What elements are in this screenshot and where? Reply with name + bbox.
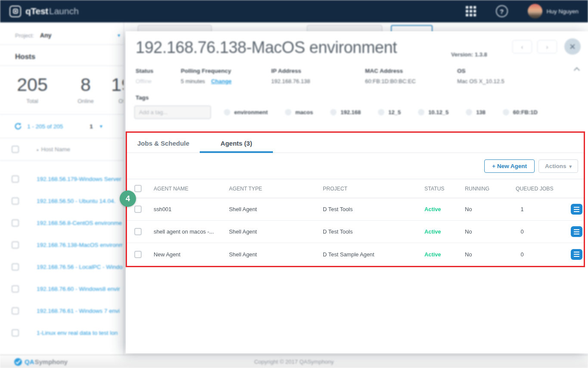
- hosts-section-title: Hosts: [15, 47, 35, 66]
- project-select[interactable]: Project: Any ▾: [15, 27, 124, 44]
- agent-checkbox[interactable]: [134, 228, 142, 235]
- actions-button[interactable]: Actions▾: [538, 159, 578, 173]
- agent-project: D Test Sample Agent: [323, 251, 419, 258]
- row-menu-button[interactable]: [571, 226, 582, 237]
- stat-offline: 197 Offline: [107, 72, 124, 113]
- status-value: Offline: [136, 78, 181, 84]
- caret-down-icon: ▾: [569, 164, 572, 169]
- agent-checkbox[interactable]: [134, 251, 142, 258]
- remove-tag-icon[interactable]: [330, 109, 337, 115]
- prev-host-button[interactable]: ‹: [512, 40, 532, 53]
- collapse-chevron-icon[interactable]: [574, 67, 579, 72]
- host-fields: Status Offline Polling Frequency 5 minut…: [136, 68, 504, 84]
- agent-row: New Agent Shell Agent D Test Sample Agen…: [127, 243, 584, 265]
- host-link[interactable]: 192.168.56.8-CentOS environme: [37, 220, 123, 226]
- agent-project: D Test Tools: [323, 206, 419, 212]
- agent-project: D Test Tools: [323, 228, 419, 235]
- tag-chip: 12_5: [378, 109, 401, 115]
- host-checkbox[interactable]: [12, 307, 19, 315]
- version-label: Version: 1.3.8: [451, 51, 487, 58]
- select-all-hosts-checkbox[interactable]: [12, 146, 19, 153]
- host-table-header: ▴ Host Name: [0, 138, 124, 160]
- col-project: PROJECT: [323, 185, 418, 192]
- remove-tag-icon[interactable]: [503, 109, 509, 115]
- tag-input[interactable]: [134, 106, 211, 119]
- agent-name: shell agent on macos -...: [154, 228, 225, 235]
- tab-jobs-schedule[interactable]: Jobs & Schedule: [137, 133, 189, 153]
- host-checkbox[interactable]: [12, 263, 19, 271]
- host-checkbox[interactable]: [12, 197, 19, 205]
- host-link[interactable]: 192.168.56.50 - Ubuntu 14.04.: [37, 198, 123, 204]
- host-name-column-header[interactable]: Host Name: [41, 146, 71, 153]
- host-detail-panel: 192.168.76.138-MacOS environment Version…: [126, 31, 588, 353]
- stat-total: 205 Total: [0, 72, 65, 113]
- hamburger-icon: [574, 252, 579, 257]
- host-link[interactable]: 192.168.76.138-MacOS environm: [37, 242, 123, 248]
- detail-tabs: Jobs & Schedule Agents (3): [127, 133, 584, 153]
- agent-checkbox[interactable]: [134, 206, 142, 213]
- host-row: 192.168.56.50 - Ubuntu 14.04.: [0, 190, 124, 212]
- host-link[interactable]: 192.168.76.56 - LocalPC - Windo: [37, 264, 123, 270]
- tag-chip: 192.168: [330, 109, 361, 115]
- project-label: Project:: [15, 32, 34, 39]
- host-link[interactable]: 1-Linux env real data to test lon: [37, 330, 123, 336]
- host-link[interactable]: 192.168.76.60 - Windows8 envir: [37, 286, 123, 292]
- agent-row: ssh001 Shell Agent D Test Tools Active N…: [127, 198, 584, 221]
- remove-tag-icon[interactable]: [466, 109, 472, 115]
- field-polling-frequency: Polling Frequency 5 minutesChange: [181, 68, 271, 84]
- page-footer: Copyright © 2017 QASymphony QA Symphony: [0, 355, 588, 368]
- stat-online: 8 Online: [65, 72, 107, 113]
- new-agent-button[interactable]: + New Agent: [484, 159, 535, 173]
- host-row: 192.168.76.138-MacOS environm: [0, 234, 124, 256]
- user-name[interactable]: Huy Nguyen: [547, 8, 579, 15]
- select-all-agents-checkbox[interactable]: [134, 185, 142, 192]
- row-menu-button[interactable]: [571, 249, 582, 260]
- agent-running: No: [465, 228, 513, 235]
- host-checkbox[interactable]: [12, 329, 19, 337]
- remove-tag-icon[interactable]: [224, 109, 230, 115]
- agent-status: Active: [424, 206, 463, 212]
- tag-chip: 60:FB:1D: [503, 109, 538, 115]
- tag-list: environment macos 192.168 12_5 10.12_5 1…: [224, 106, 538, 119]
- agent-row: shell agent on macos -... Shell Agent D …: [127, 221, 584, 243]
- help-icon[interactable]: ?: [496, 5, 508, 17]
- host-row: 192.168.76.56 - LocalPC - Windo: [0, 256, 124, 278]
- host-checkbox[interactable]: [12, 219, 19, 227]
- host-row: 192.168.76.61 - Windows 7 envi: [0, 300, 124, 322]
- host-checkbox[interactable]: [12, 241, 19, 249]
- host-row: 192.168.56.8-CentOS environme: [0, 212, 124, 234]
- close-icon: ✕: [569, 42, 576, 51]
- page-select-caret-icon[interactable]: ▾: [100, 123, 102, 129]
- remove-tag-icon[interactable]: [378, 109, 384, 115]
- tab-agents[interactable]: Agents (3): [200, 133, 273, 153]
- tag-chip: 138: [466, 109, 486, 115]
- logo-text-launch: Launch: [49, 6, 79, 16]
- refresh-icon[interactable]: [14, 122, 22, 130]
- host-checkbox[interactable]: [12, 175, 19, 183]
- host-link[interactable]: 192.168.56.179-Windows Server: [37, 176, 123, 182]
- next-host-button[interactable]: ›: [537, 40, 557, 53]
- logo-text-qtest: qTest: [25, 6, 48, 16]
- change-link[interactable]: Change: [211, 78, 232, 84]
- os-value: Mac OS X_10.12.5: [457, 78, 504, 84]
- avatar[interactable]: [528, 4, 542, 19]
- qasymphony-logo-icon: [14, 358, 22, 366]
- agent-type: Shell Agent: [229, 251, 318, 258]
- pagination-bar: 1 - 205 of 205 1 ▾: [0, 115, 124, 138]
- agent-status: Active: [424, 251, 463, 258]
- field-status: Status Offline: [136, 68, 181, 84]
- remove-tag-icon[interactable]: [285, 109, 291, 115]
- agent-queued-jobs: 0: [516, 228, 565, 235]
- qtest-launch-logo[interactable]: qTestLaunch: [9, 6, 79, 17]
- tag-chip: environment: [224, 109, 268, 115]
- host-link[interactable]: 192.168.76.61 - Windows 7 envi: [37, 308, 123, 314]
- remove-tag-icon[interactable]: [418, 109, 424, 115]
- host-row: 1-Linux env real data to test lon: [0, 322, 124, 344]
- host-checkbox[interactable]: [12, 285, 19, 293]
- host-row: 192.168.76.60 - Windows8 envir: [0, 278, 124, 300]
- apps-grid-icon[interactable]: [466, 6, 476, 16]
- agent-running: No: [465, 251, 513, 258]
- row-menu-button[interactable]: [571, 204, 582, 215]
- close-button[interactable]: ✕: [564, 38, 581, 55]
- host-detail-header: 192.168.76.138-MacOS environment Version…: [126, 31, 588, 131]
